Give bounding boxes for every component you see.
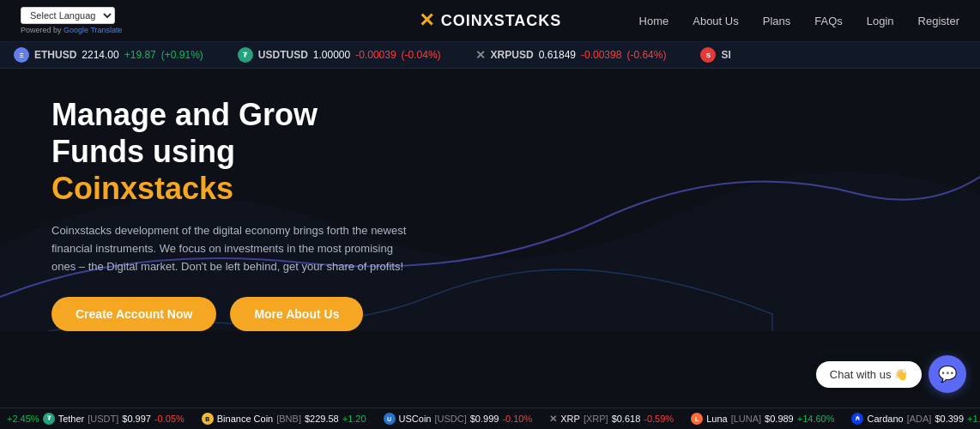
nav-plans[interactable]: Plans <box>763 15 791 27</box>
bt-item-bnb: B Binance Coin [BNB] $229.58 +1.20 <box>202 413 366 425</box>
create-account-button[interactable]: Create Account Now <box>51 297 216 331</box>
hero-section: Manage and Grow Funds using Coinxstacks … <box>0 69 980 348</box>
nav-home[interactable]: Home <box>639 15 669 27</box>
chat-widget: Chat with us 👋 💬 <box>816 355 966 393</box>
ticker-item-usdt: ₮ USDTUSD 1.00000 -0.00039 (-0.04%) <box>238 47 441 63</box>
chat-icon: 💬 <box>938 365 957 384</box>
nav-about[interactable]: About Us <box>693 15 738 27</box>
chat-button[interactable]: 💬 <box>929 355 966 393</box>
usdt-icon: ₮ <box>238 47 253 63</box>
bt-item-luna: L Luna [LUNA] $0.989 +14.60% <box>691 413 834 425</box>
bt-item-ada: ₳ Cardano [ADA] $0.399 +1.99% <box>851 413 980 425</box>
nav-register[interactable]: Register <box>918 15 959 27</box>
more-about-button[interactable]: More About Us <box>230 297 363 331</box>
bt-item-usc: U USCoin [USDC] $0.999 -0.10% <box>384 413 533 425</box>
hero-description: Coinxstacks development of the digital e… <box>51 221 412 276</box>
header: Select Language Powered by Google Transl… <box>0 0 980 42</box>
hero-buttons: Create Account Now More About Us <box>51 297 532 331</box>
hero-title: Manage and Grow Funds using Coinxstacks <box>51 96 532 208</box>
xrp-bottom-icon: ✕ <box>549 414 557 425</box>
hero-title-accent: Coinxstacks <box>51 171 233 206</box>
logo: ✕ COINXSTACKS <box>419 9 562 32</box>
ticker-item-eth: Ξ ETHUSD 2214.00 +19.87 (+0.91%) <box>14 47 203 63</box>
nav-faqs[interactable]: FAQs <box>814 15 843 27</box>
bt-item-xrp-bottom: ✕ XRP [XRP] $0.618 -0.59% <box>549 414 674 425</box>
xrp-icon: ✕ <box>475 48 486 62</box>
eth-icon: Ξ <box>14 47 29 63</box>
luna-icon: L <box>691 413 703 425</box>
header-left: Select Language Powered by Google Transl… <box>21 7 123 34</box>
bottom-ticker: +2.45% ₮ Tether [USDT] $0.997 -0.05% B B… <box>0 408 980 429</box>
nav-login[interactable]: Login <box>867 15 894 27</box>
usc-icon: U <box>384 413 396 425</box>
ticker-item-xrp: ✕ XRPUSD 0.61849 -0.00398 (-0.64%) <box>475 48 667 62</box>
powered-by-text: Powered by Google Translate <box>21 26 123 34</box>
bnb-icon: B <box>202 413 214 425</box>
google-translate-label: Google Translate <box>64 26 123 34</box>
language-select[interactable]: Select Language <box>21 7 115 24</box>
price-ticker: Ξ ETHUSD 2214.00 +19.87 (+0.91%) ₮ USDTU… <box>0 42 980 69</box>
logo-text: COINXSTACKS <box>441 12 562 30</box>
bt-item-tether: +2.45% ₮ Tether [USDT] $0.997 -0.05% <box>7 413 185 425</box>
logo-icon: ✕ <box>419 9 434 32</box>
main-nav: Home About Us Plans FAQs Login Register <box>639 15 959 27</box>
chat-bubble[interactable]: Chat with us 👋 <box>816 361 922 388</box>
tether-icon: ₮ <box>43 413 55 425</box>
ada-icon: ₳ <box>851 413 863 425</box>
hero-content: Manage and Grow Funds using Coinxstacks … <box>51 96 532 331</box>
ticker-item-si: S SI <box>700 47 730 63</box>
ticker-inner: Ξ ETHUSD 2214.00 +19.87 (+0.91%) ₮ USDTU… <box>14 47 966 63</box>
si-icon: S <box>700 47 716 63</box>
